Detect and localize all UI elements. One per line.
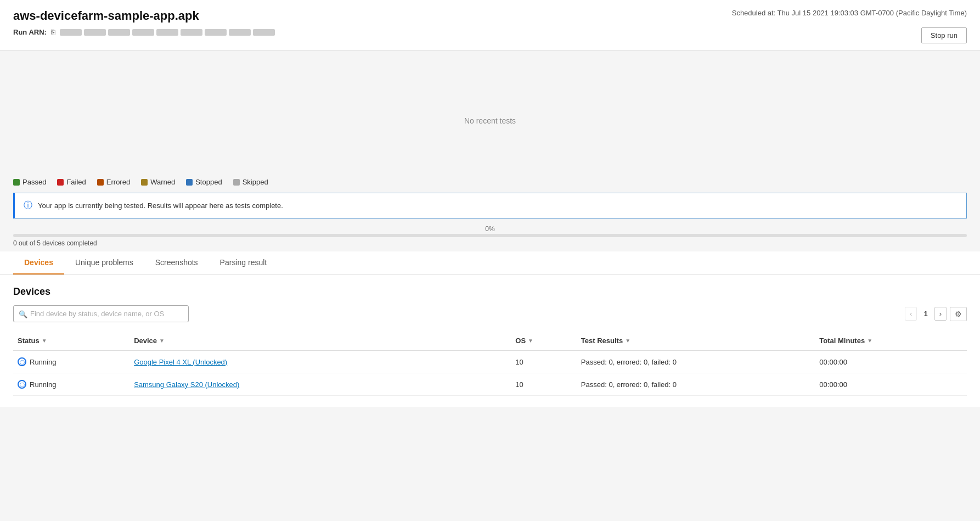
next-page-button[interactable]: › — [934, 307, 947, 321]
arn-value — [60, 29, 275, 36]
warned-label: Warned — [150, 178, 175, 186]
errored-label: Errored — [106, 178, 130, 186]
search-row: 🔍 ‹ 1 › ⚙ — [13, 305, 967, 322]
row2-device: Samsung Galaxy S20 (Unlocked) — [129, 373, 511, 396]
row2-total-minutes: 00:00:00 — [815, 373, 967, 396]
device-link-1[interactable]: Google Pixel 4 XL (Unlocked) — [134, 358, 227, 366]
col-status: Status ▼ — [13, 331, 129, 351]
running-icon-1: ◯ — [18, 357, 26, 366]
sort-icon-test-results[interactable]: ▼ — [625, 338, 630, 344]
sort-icon-device[interactable]: ▼ — [159, 338, 165, 344]
info-banner: ⓘ Your app is currently being tested. Re… — [13, 193, 967, 219]
warned-dot — [141, 179, 148, 186]
devices-completed-label: 0 out of 5 devices completed — [13, 239, 967, 247]
search-input-wrapper: 🔍 — [13, 305, 189, 322]
pagination-row: ‹ 1 › ⚙ — [905, 307, 967, 321]
failed-label: Failed — [66, 178, 86, 186]
tab-screenshots[interactable]: Screenshots — [144, 251, 209, 274]
running-status-2: ◯ Running — [18, 380, 125, 389]
row1-test-results: Passed: 0, errored: 0, failed: 0 — [577, 351, 815, 373]
col-test-results: Test Results ▼ — [577, 331, 815, 351]
arn-block-2 — [84, 29, 106, 36]
main-content: No recent tests — [0, 51, 980, 169]
tab-devices[interactable]: Devices — [13, 251, 64, 274]
sort-icon-os[interactable]: ▼ — [528, 338, 533, 344]
legend-stopped: Stopped — [186, 178, 222, 186]
progress-section: 0% 0 out of 5 devices completed — [0, 219, 980, 251]
failed-dot — [57, 179, 64, 186]
tab-unique-problems[interactable]: Unique problems — [64, 251, 144, 274]
legend-passed: Passed — [13, 178, 46, 186]
arn-block-1 — [60, 29, 82, 36]
table-settings-button[interactable]: ⚙ — [950, 307, 967, 321]
devices-section-title: Devices — [13, 286, 967, 298]
devices-section: Devices 🔍 ‹ 1 › ⚙ Status ▼ — [0, 275, 980, 407]
no-recent-tests: No recent tests — [13, 51, 967, 169]
legend-row: Passed Failed Errored Warned Stopped Ski… — [0, 169, 980, 193]
app-title: aws-devicefarm-sample-app.apk — [13, 9, 199, 23]
row1-status: ◯ Running — [13, 351, 129, 373]
info-banner-text: Your app is currently being tested. Resu… — [38, 201, 283, 210]
arn-block-5 — [156, 29, 178, 36]
stopped-dot — [186, 179, 193, 186]
sort-icon-status[interactable]: ▼ — [42, 338, 47, 344]
run-arn-row: Run ARN: ⎘ — [13, 28, 275, 36]
tabs-section: Devices Unique problems Screenshots Pars… — [0, 251, 980, 275]
passed-label: Passed — [22, 178, 46, 186]
devices-table: Status ▼ Device ▼ OS ▼ — [13, 331, 967, 396]
col-os: OS ▼ — [511, 331, 577, 351]
stop-run-button[interactable]: Stop run — [921, 27, 967, 43]
row2-os: 10 — [511, 373, 577, 396]
skipped-dot — [233, 179, 240, 186]
running-status-1: ◯ Running — [18, 357, 125, 366]
header-top: aws-devicefarm-sample-app.apk Scheduled … — [13, 9, 967, 23]
table-body: ◯ Running Google Pixel 4 XL (Unlocked) 1… — [13, 351, 967, 396]
table-header: Status ▼ Device ▼ OS ▼ — [13, 331, 967, 351]
passed-dot — [13, 179, 20, 186]
tabs-row: Devices Unique problems Screenshots Pars… — [13, 251, 967, 274]
skipped-label: Skipped — [243, 178, 268, 186]
prev-page-button[interactable]: ‹ — [905, 307, 917, 321]
row2-status: ◯ Running — [13, 373, 129, 396]
legend-skipped: Skipped — [233, 178, 268, 186]
table-row: ◯ Running Samsung Galaxy S20 (Unlocked) … — [13, 373, 967, 396]
tab-parsing-result[interactable]: Parsing result — [209, 251, 278, 274]
stopped-label: Stopped — [195, 178, 222, 186]
scheduled-at: Scheduled at: Thu Jul 15 2021 19:03:03 G… — [732, 9, 967, 17]
row1-device: Google Pixel 4 XL (Unlocked) — [129, 351, 511, 373]
page-header: aws-devicefarm-sample-app.apk Scheduled … — [0, 0, 980, 51]
arn-block-6 — [181, 29, 202, 36]
copy-icon[interactable]: ⎘ — [51, 28, 55, 36]
device-search-input[interactable] — [13, 305, 189, 322]
arn-block-3 — [108, 29, 130, 36]
page-number: 1 — [920, 307, 931, 320]
sort-icon-total-minutes[interactable]: ▼ — [867, 338, 872, 344]
arn-block-8 — [229, 29, 251, 36]
progress-label: 0% — [13, 225, 967, 233]
legend-errored: Errored — [97, 178, 130, 186]
row1-total-minutes: 00:00:00 — [815, 351, 967, 373]
info-icon: ⓘ — [24, 200, 32, 211]
arn-block-4 — [132, 29, 154, 36]
col-total-minutes: Total Minutes ▼ — [815, 331, 967, 351]
legend-failed: Failed — [57, 178, 86, 186]
arn-block-9 — [253, 29, 275, 36]
table-row: ◯ Running Google Pixel 4 XL (Unlocked) 1… — [13, 351, 967, 373]
progress-bar-container — [13, 234, 967, 237]
device-link-2[interactable]: Samsung Galaxy S20 (Unlocked) — [134, 380, 239, 389]
arn-block-7 — [205, 29, 227, 36]
row2-test-results: Passed: 0, errored: 0, failed: 0 — [577, 373, 815, 396]
errored-dot — [97, 179, 104, 186]
legend-warned: Warned — [141, 178, 175, 186]
run-arn-label: Run ARN: — [13, 28, 47, 36]
search-icon: 🔍 — [19, 310, 27, 318]
col-device: Device ▼ — [129, 331, 511, 351]
running-icon-2: ◯ — [18, 380, 26, 389]
row1-os: 10 — [511, 351, 577, 373]
